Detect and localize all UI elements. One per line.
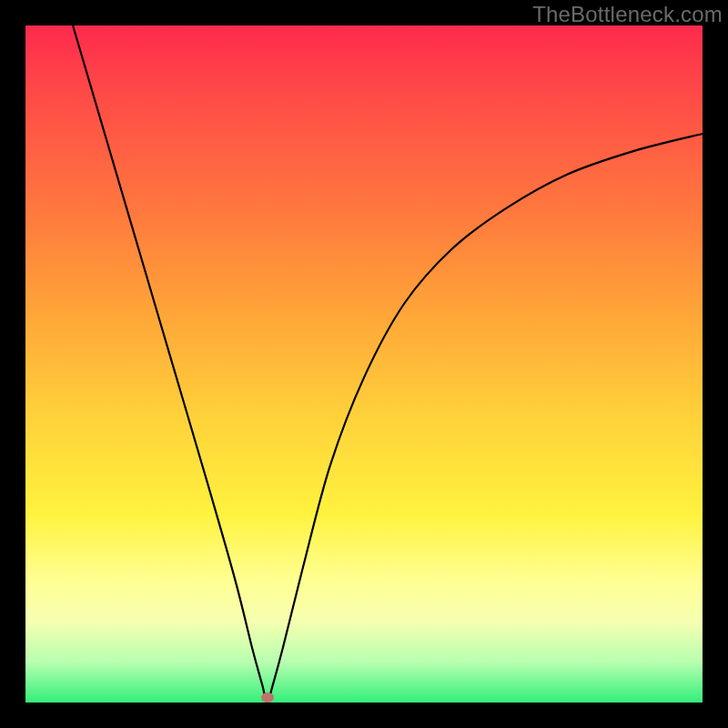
optimum-marker: [261, 693, 274, 703]
curve-path: [73, 25, 703, 703]
bottleneck-curve: [25, 25, 703, 703]
watermark-text: TheBottleneck.com: [532, 2, 723, 27]
chart-frame: TheBottleneck.com: [0, 0, 728, 728]
